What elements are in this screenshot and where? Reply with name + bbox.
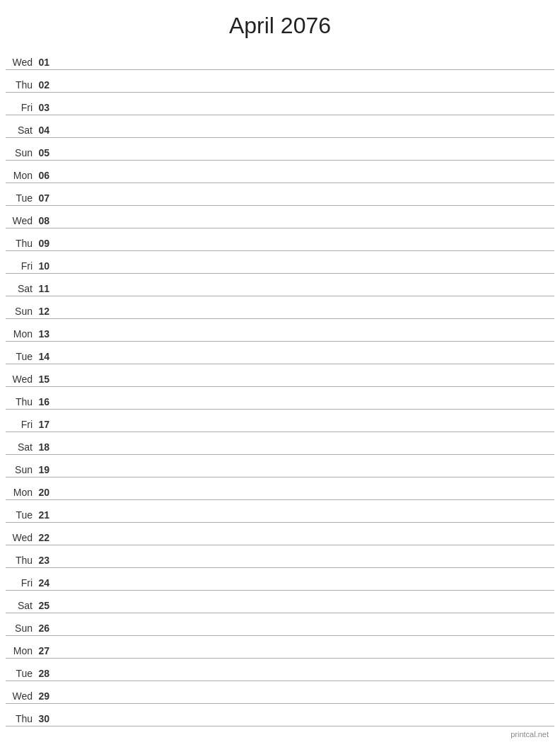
- day-row: Thu16: [6, 387, 554, 410]
- day-line: [55, 112, 554, 113]
- day-number: 04: [35, 124, 55, 136]
- day-number: 20: [35, 487, 55, 498]
- day-number: 21: [35, 509, 55, 521]
- day-row: Fri03: [6, 93, 554, 115]
- day-name: Sun: [6, 147, 35, 158]
- day-name: Sun: [6, 464, 35, 475]
- day-name: Wed: [6, 374, 35, 385]
- footer-text: printcal.net: [511, 730, 549, 739]
- day-number: 14: [35, 351, 55, 362]
- day-name: Mon: [6, 328, 35, 340]
- day-number: 19: [35, 464, 55, 475]
- day-line: [55, 135, 554, 136]
- day-number: 09: [35, 238, 55, 249]
- day-number: 17: [35, 419, 55, 430]
- day-number: 10: [35, 260, 55, 272]
- day-row: Sun12: [6, 296, 554, 319]
- day-row: Sat18: [6, 432, 554, 455]
- day-row: Thu02: [6, 70, 554, 93]
- day-line: [55, 203, 554, 204]
- day-line: [55, 656, 554, 656]
- day-number: 13: [35, 328, 55, 340]
- day-number: 25: [35, 600, 55, 611]
- day-name: Sun: [6, 622, 35, 634]
- day-row: Thu30: [6, 704, 554, 726]
- day-name: Fri: [6, 577, 35, 589]
- day-number: 06: [35, 170, 55, 181]
- day-name: Mon: [6, 487, 35, 498]
- day-line: [55, 90, 554, 91]
- day-line: [55, 497, 554, 498]
- day-number: 16: [35, 396, 55, 407]
- day-number: 02: [35, 79, 55, 91]
- day-row: Wed29: [6, 681, 554, 704]
- day-row: Mon20: [6, 477, 554, 500]
- day-line: [55, 67, 554, 68]
- day-name: Thu: [6, 555, 35, 566]
- day-line: [55, 180, 554, 181]
- day-number: 11: [35, 283, 55, 294]
- day-row: Mon27: [6, 636, 554, 659]
- day-name: Mon: [6, 645, 35, 656]
- day-number: 27: [35, 645, 55, 656]
- day-row: Thu23: [6, 545, 554, 568]
- day-line: [55, 226, 554, 226]
- day-line: [55, 633, 554, 634]
- day-number: 24: [35, 577, 55, 589]
- day-line: [55, 294, 554, 294]
- day-row: Tue07: [6, 183, 554, 206]
- day-line: [55, 588, 554, 589]
- day-name: Thu: [6, 713, 35, 724]
- day-line: [55, 565, 554, 566]
- day-line: [55, 701, 554, 702]
- day-number: 29: [35, 690, 55, 702]
- day-number: 30: [35, 713, 55, 724]
- day-row: Wed15: [6, 364, 554, 387]
- day-row: Wed01: [6, 47, 554, 70]
- day-row: Thu09: [6, 228, 554, 251]
- day-name: Sat: [6, 283, 35, 294]
- day-number: 03: [35, 102, 55, 113]
- day-number: 12: [35, 306, 55, 317]
- day-name: Wed: [6, 215, 35, 226]
- day-row: Fri17: [6, 410, 554, 432]
- day-row: Tue28: [6, 659, 554, 681]
- day-row: Tue14: [6, 342, 554, 364]
- day-name: Mon: [6, 170, 35, 181]
- day-name: Fri: [6, 102, 35, 113]
- day-name: Thu: [6, 238, 35, 249]
- day-row: Wed22: [6, 523, 554, 545]
- day-row: Mon06: [6, 161, 554, 183]
- day-number: 01: [35, 57, 55, 68]
- day-name: Sat: [6, 600, 35, 611]
- page-title: April 2076: [0, 0, 560, 47]
- day-line: [55, 520, 554, 521]
- day-name: Sun: [6, 306, 35, 317]
- day-line: [55, 724, 554, 724]
- day-line: [55, 361, 554, 362]
- day-line: [55, 339, 554, 340]
- day-number: 08: [35, 215, 55, 226]
- day-line: [55, 452, 554, 453]
- day-row: Sat04: [6, 115, 554, 138]
- day-line: [55, 248, 554, 249]
- day-row: Fri10: [6, 251, 554, 274]
- day-row: Sun26: [6, 613, 554, 636]
- day-name: Wed: [6, 690, 35, 702]
- day-number: 07: [35, 192, 55, 204]
- day-name: Tue: [6, 192, 35, 204]
- day-name: Sat: [6, 124, 35, 136]
- day-row: Mon13: [6, 319, 554, 342]
- day-line: [55, 158, 554, 158]
- day-line: [55, 429, 554, 430]
- day-line: [55, 407, 554, 407]
- day-number: 05: [35, 147, 55, 158]
- day-line: [55, 610, 554, 611]
- day-row: Wed08: [6, 206, 554, 228]
- day-name: Wed: [6, 57, 35, 68]
- day-line: [55, 384, 554, 385]
- day-row: Sat25: [6, 591, 554, 613]
- day-number: 15: [35, 374, 55, 385]
- day-name: Sat: [6, 441, 35, 453]
- day-row: Fri24: [6, 568, 554, 591]
